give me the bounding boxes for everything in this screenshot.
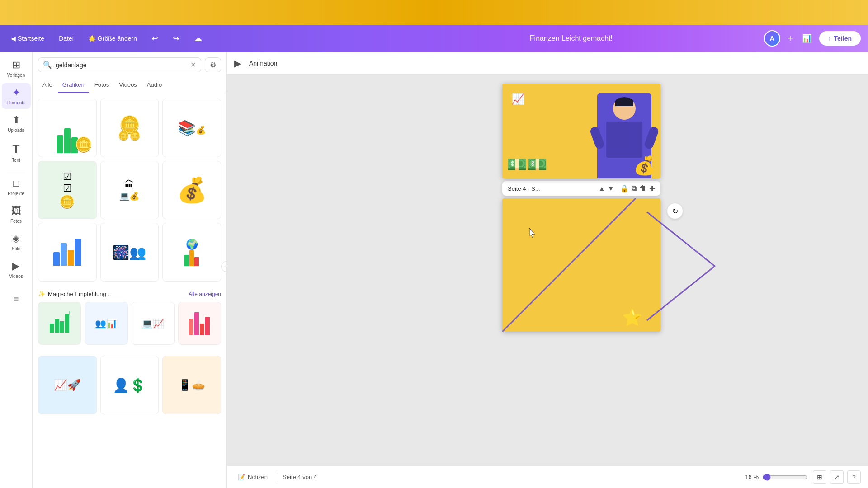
- magic-title: ✨ Magische Empfehlung...: [38, 291, 111, 297]
- redo-button[interactable]: ↪: [169, 32, 183, 45]
- magic-item-3[interactable]: 💻📈: [132, 302, 175, 345]
- header-right: A + 📊 ↑ Teilen: [764, 30, 861, 47]
- filter-button[interactable]: ⚙: [205, 57, 221, 72]
- top-golden-bar: [0, 0, 868, 25]
- sidebar-divider-2: [7, 286, 25, 286]
- grid-item-bar-coin[interactable]: 🪙: [38, 99, 97, 157]
- sidebar-item-elemente[interactable]: ✦ Elemente: [2, 83, 31, 109]
- grid-item-people-fireworks[interactable]: 🎆👥: [100, 223, 159, 282]
- resize-icon: 🌟: [88, 35, 96, 42]
- grid-item-coins[interactable]: 🪙 🪙🪙: [100, 99, 159, 157]
- text-icon: T: [13, 142, 20, 156]
- zoom-slider[interactable]: [762, 474, 807, 481]
- photos-icon: 🖼: [11, 205, 21, 217]
- magic-item-1[interactable]: ↑: [38, 302, 81, 345]
- videos-icon: ▶: [12, 260, 20, 272]
- back-home-label: Startseite: [18, 35, 44, 42]
- file-button[interactable]: Datei: [55, 33, 77, 44]
- sidebar-item-vorlagen[interactable]: ⊞ Vorlagen: [2, 56, 31, 81]
- slide-duplicate-button[interactable]: ⧉: [632, 184, 637, 192]
- sidebar-item-stile[interactable]: ◈ Stile: [2, 229, 31, 255]
- share-button[interactable]: ↑ Teilen: [819, 31, 861, 46]
- tab-fotos[interactable]: Fotos: [90, 78, 114, 93]
- header: ◀ Startseite Datei 🌟 Größe ändern ↩ ↪ ☁ …: [0, 25, 868, 52]
- search-input[interactable]: [56, 61, 187, 69]
- main-layout: ⊞ Vorlagen ✦ Elemente ⬆ Uploads T Text □…: [0, 52, 868, 488]
- template-icon: ⊞: [12, 59, 20, 71]
- grid-item-globe-chart[interactable]: 🌍: [162, 223, 221, 282]
- grid-item-blue-chart[interactable]: [38, 223, 97, 282]
- slide-money-bag-right: 💰: [633, 155, 656, 176]
- grid-view-button[interactable]: ⊞: [813, 470, 826, 484]
- pattern-icon: ≡: [14, 294, 19, 304]
- slide-top[interactable]: 📈 💵💵: [502, 84, 660, 178]
- sidebar-item-videos[interactable]: ▶ Videos: [2, 257, 31, 282]
- slide-toolbar: Seite 4 - S... ▲ ▼ 🔒 ⧉ 🗑 ✚: [502, 181, 660, 196]
- avatar[interactable]: A: [764, 30, 780, 47]
- share-label: Teilen: [834, 35, 852, 42]
- stats-button[interactable]: 📊: [800, 32, 814, 45]
- slide-page-label: Seite 4 - S...: [508, 185, 596, 192]
- refresh-button[interactable]: ↻: [667, 203, 683, 219]
- sidebar-item-fotos[interactable]: 🖼 Fotos: [2, 202, 31, 227]
- tab-grafiken[interactable]: Grafiken: [58, 78, 89, 93]
- cloud-button[interactable]: ☁: [190, 32, 206, 45]
- undo-icon: ↩: [151, 33, 158, 43]
- sidebar-item-uploads[interactable]: ⬆ Uploads: [2, 111, 31, 136]
- sidebar-text-label: Text: [12, 158, 20, 163]
- slide-up-button[interactable]: ▲: [599, 185, 605, 192]
- styles-icon: ◈: [12, 233, 20, 244]
- resize-button[interactable]: 🌟 Größe ändern: [85, 33, 141, 44]
- canvas-content[interactable]: 📈 💵💵: [227, 75, 868, 465]
- sidebar-item-text[interactable]: T Text: [2, 138, 31, 166]
- sidebar-fotos-label: Fotos: [10, 219, 22, 224]
- grid-item-tech-invest[interactable]: 📈🚀: [38, 356, 97, 414]
- grid-item-person-dollar[interactable]: 👤💲: [100, 356, 159, 414]
- magic-item-4[interactable]: [178, 302, 221, 345]
- animation-button[interactable]: Animation: [245, 57, 282, 70]
- back-home-button[interactable]: ◀ Startseite: [7, 33, 48, 44]
- bottom-bar: 📝 Notizen Seite 4 von 4 16 % ⊞ ⤢ ?: [227, 465, 868, 488]
- slide-bottom[interactable]: ⭐ ↻: [502, 198, 660, 332]
- slide-lock-button[interactable]: 🔒: [620, 184, 629, 193]
- sidebar-videos-label: Videos: [9, 274, 23, 279]
- tab-videos[interactable]: Videos: [114, 78, 142, 93]
- clear-search-button[interactable]: ✕: [190, 61, 196, 69]
- add-collaborator-button[interactable]: +: [786, 32, 795, 46]
- grid-item-book-money[interactable]: 📚💰: [162, 99, 221, 157]
- slide-delete-button[interactable]: 🗑: [639, 184, 646, 192]
- grid-item-money-bag[interactable]: 💰: [162, 161, 221, 220]
- zoom-section: 16 %: [742, 474, 807, 481]
- category-tabs: Alle Grafiken Fotos Videos Audio: [33, 78, 226, 93]
- tab-alle[interactable]: Alle: [38, 78, 57, 93]
- uploads-icon: ⬆: [12, 114, 20, 126]
- back-icon: ◀: [11, 35, 16, 42]
- undo-button[interactable]: ↩: [148, 32, 162, 45]
- grid-item-pie-phone[interactable]: 📱🥧: [162, 356, 221, 414]
- sidebar-item-projekte[interactable]: □ Projekte: [2, 174, 31, 200]
- slide-diamond-shape: [602, 212, 737, 338]
- magic-item-2[interactable]: 👥📊: [85, 302, 127, 345]
- search-input-wrapper: 🔍 ✕: [38, 57, 201, 72]
- slide-down-button[interactable]: ▼: [608, 185, 614, 192]
- resize-label: Größe ändern: [98, 35, 137, 42]
- sidebar-item-pattern[interactable]: ≡: [2, 290, 31, 308]
- elements-panel: 🔍 ✕ ⚙ Alle Grafiken Fotos Videos Audio: [33, 52, 227, 488]
- magic-show-all-link[interactable]: Alle anzeigen: [189, 291, 221, 297]
- fullscreen-button[interactable]: ⤢: [830, 470, 844, 484]
- grid-item-building[interactable]: 🏛 💻💰: [100, 161, 159, 220]
- magic-title-text: Magische Empfehlung...: [48, 291, 111, 297]
- bottom-right-buttons: ⊞ ⤢ ?: [813, 470, 861, 484]
- zoom-label: 16 %: [742, 474, 759, 480]
- slide-add-button[interactable]: ✚: [649, 184, 655, 193]
- help-button[interactable]: ?: [847, 470, 861, 484]
- tab-audio[interactable]: Audio: [142, 78, 166, 93]
- grid-item-checklist[interactable]: ☑ ☑ 🪙: [38, 161, 97, 220]
- magic-icon: ✨: [38, 291, 45, 297]
- redo-icon: ↪: [173, 33, 179, 43]
- search-bar: 🔍 ✕ ⚙: [33, 52, 226, 78]
- magic-header: ✨ Magische Empfehlung... Alle anzeigen: [38, 291, 221, 297]
- notes-button[interactable]: 📝 Notizen: [234, 472, 271, 482]
- sidebar-divider: [7, 170, 25, 170]
- notes-label: Notizen: [248, 474, 268, 480]
